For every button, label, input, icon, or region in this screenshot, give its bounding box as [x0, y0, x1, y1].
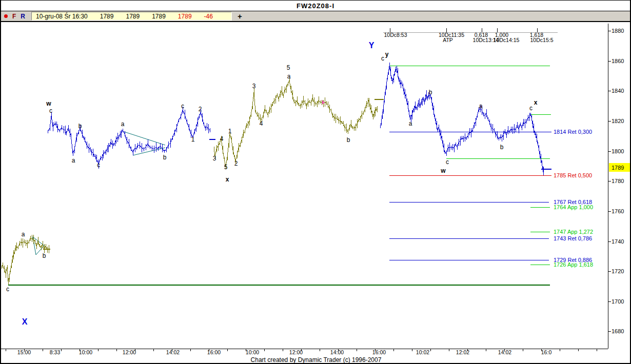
- x-axis-label-16:00: 16:00: [207, 349, 221, 355]
- wave-label-4-11: 4: [220, 135, 224, 143]
- wave-label-c-1: c: [49, 107, 52, 114]
- chart-title: FW20Z08-I: [297, 2, 334, 10]
- wave-label-c-21: c: [381, 55, 384, 62]
- ruler-sublabel-ATP: ATP: [443, 37, 453, 43]
- level-label-1814 Ret 0,300: 1814 Ret 0,300: [554, 129, 592, 135]
- x-axis-label-16:0: 16:0: [541, 349, 551, 355]
- wave-label-a-24: a: [409, 120, 412, 127]
- credit-text: Chart created by Dynamic Trader (c) 1996…: [251, 356, 382, 363]
- wave-label-c-30: c: [529, 105, 533, 112]
- x-axis-label-12:00: 12:00: [289, 349, 303, 355]
- quote-datetime: 10-gru-08 Śr 16:30: [36, 13, 88, 20]
- time-axis-labels: 15:008:3310:0012:0014:0216:0010:0012:001…: [1, 349, 631, 356]
- wave-label-w-27: w: [441, 167, 445, 174]
- wave-label-b-6: b: [163, 154, 167, 161]
- wave-label-3-10: 3: [213, 155, 216, 162]
- record-dot-icon: [4, 14, 8, 18]
- level-label-1743 Ret 0,786: 1743 Ret 0,786: [554, 235, 592, 241]
- wave-label-w-0: w: [46, 100, 51, 107]
- quote-last: 1789: [178, 13, 192, 20]
- y-axis-label-1880: 1880: [612, 28, 624, 34]
- y-axis-label-1800: 1800: [612, 148, 624, 154]
- wave-label-Y-23: Y: [369, 41, 374, 50]
- x-axis-label-14:02: 14:02: [498, 349, 511, 355]
- y-axis-label-1720: 1720: [612, 268, 624, 274]
- wave-label-5-12: 5: [224, 164, 228, 171]
- add-button[interactable]: +: [238, 12, 242, 20]
- wave-y-blue-line: [380, 66, 543, 171]
- wave-label-2-14: 2: [234, 160, 238, 167]
- magenta-mark: [323, 100, 325, 104]
- wave-label-c-34: c: [6, 286, 9, 293]
- y-axis-label-1820: 1820: [612, 118, 624, 124]
- wave-label-5-18: 5: [287, 64, 290, 71]
- wave-x-y-olive-bars: [214, 78, 377, 169]
- x-axis-label-15:00: 15:00: [17, 349, 31, 355]
- triangle-0-seg-1: [133, 148, 165, 155]
- last-price-value: 1789: [612, 165, 624, 171]
- chart-canvas: [1, 22, 631, 364]
- level-label-1726 App 1,618: 1726 App 1,618: [554, 261, 593, 268]
- wave-label-b-25: b: [429, 89, 432, 96]
- wave-label-b-33: b: [43, 252, 46, 259]
- y-axis-label-1700: 1700: [612, 298, 624, 305]
- price-chart: 10Dc8:5310Dc11:350,6181,0001,618ATP10Dc1…: [1, 22, 631, 364]
- wave-label-x-15: x: [226, 176, 229, 183]
- wave-label-4-17: 4: [260, 120, 263, 127]
- f-button[interactable]: F: [12, 13, 16, 20]
- x-axis-label-8:33: 8:33: [50, 349, 60, 355]
- quote-change: -46: [204, 13, 213, 20]
- wave-x-bottom-olive-line: [2, 238, 49, 281]
- quote-high: 1789: [126, 13, 140, 20]
- r-button[interactable]: R: [21, 13, 25, 20]
- triangle-0-seg-0: [124, 132, 165, 145]
- x-axis-label-12:02: 12:02: [456, 349, 469, 355]
- wave-label-b-20: b: [347, 136, 350, 144]
- y-axis-label-1680: 1680: [612, 328, 624, 334]
- level-label-1785 Ret 0,500: 1785 Ret 0,500: [554, 172, 592, 178]
- wave-label-b-3: b: [78, 123, 82, 130]
- ruler-sublabel-10Dc14:15: 10Dc14:15: [494, 37, 520, 43]
- wave-label-X-35: X: [22, 317, 28, 327]
- toolbar: F R 10-gru-08 Śr 16:30 1789 1789 1789 17…: [1, 11, 630, 22]
- y-axis-label-1840: 1840: [612, 88, 624, 94]
- wave-label-a-32: a: [22, 231, 25, 238]
- wave-x-y-olive-line: [214, 80, 377, 167]
- wave-label-c-7: c: [181, 103, 184, 110]
- ruler-label-10Dc8:53: 10Dc8:53: [384, 32, 407, 38]
- y-axis-label-1760: 1760: [612, 208, 624, 214]
- wave-label-1-8: 1: [191, 136, 195, 143]
- level-label-1747 App 1,272: 1747 App 1,272: [554, 229, 593, 235]
- app-window: FW20Z08-I F R 10-gru-08 Śr 16:30 1789 17…: [0, 0, 631, 364]
- wave-label-c-4: c: [97, 161, 100, 169]
- wave-label-a-19: a: [287, 73, 291, 80]
- title-bar: FW20Z08-I: [1, 1, 630, 11]
- level-label-1764 App 1,000: 1764 App 1,000: [554, 204, 593, 210]
- y-axis-label-1860: 1860: [612, 58, 624, 64]
- wave-label-x-31: x: [534, 99, 538, 106]
- y-axis-label-1780: 1780: [612, 178, 624, 184]
- quote-open: 1789: [100, 13, 114, 20]
- wave-label-a-2: a: [72, 157, 75, 164]
- wave-label-b-29: b: [500, 144, 504, 151]
- ruler-sublabel-10Dc15:5: 10Dc15:5: [530, 37, 554, 43]
- x-axis-label-14:00: 14:00: [330, 349, 344, 355]
- x-axis-label-14:02: 14:02: [166, 349, 180, 355]
- wave-label-y-22: y: [385, 51, 389, 58]
- footer-credit-bar: Chart created by Dynamic Trader (c) 1996…: [1, 356, 631, 363]
- y-axis-label-1740: 1740: [612, 238, 624, 245]
- x-axis-label-16:00: 16:00: [372, 349, 386, 355]
- x-axis-label-10:02: 10:02: [416, 349, 429, 355]
- wave-label-a-5: a: [121, 120, 125, 128]
- wave-label-1-13: 1: [228, 128, 232, 135]
- wave-label-3-16: 3: [252, 83, 256, 90]
- quote-low: 1789: [152, 13, 166, 20]
- quote-field[interactable]: 10-gru-08 Śr 16:30 1789 1789 1789 1789 -…: [31, 12, 232, 21]
- last-price-highlight: 1789: [609, 163, 631, 172]
- wave-label-c-26: c: [446, 158, 449, 166]
- wave-label-2-9: 2: [199, 106, 202, 113]
- x-axis-label-10:00: 10:00: [79, 349, 92, 355]
- x-axis-label-10:00: 10:00: [246, 349, 259, 355]
- wave-label-a-28: a: [479, 103, 483, 110]
- x-axis-label-12:00: 12:00: [123, 349, 136, 355]
